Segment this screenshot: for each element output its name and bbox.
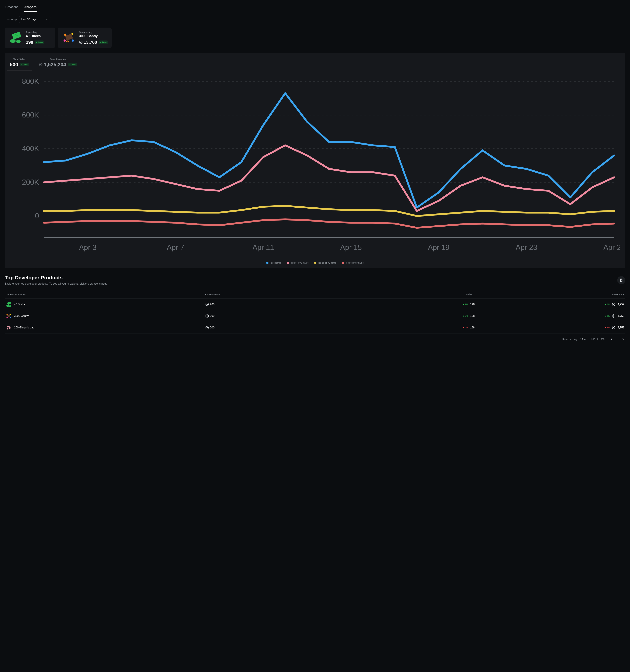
svg-point-31 bbox=[6, 305, 9, 307]
chart-legend: Pass NameTop seller #1 nameTop seller #2… bbox=[10, 262, 620, 264]
th-product[interactable]: Developer Product bbox=[6, 293, 205, 296]
primary-tabs: Creations Analytics bbox=[5, 3, 625, 12]
svg-point-1 bbox=[16, 40, 21, 43]
cell-price: 200 bbox=[205, 326, 325, 330]
legend-item[interactable]: Pass Name bbox=[266, 262, 281, 264]
tab-analytics[interactable]: Analytics bbox=[24, 3, 37, 11]
metric-tab-total-sales[interactable]: Total Sales 500 20% bbox=[10, 58, 29, 70]
legend-item[interactable]: Top seller #2 name bbox=[314, 262, 336, 264]
kpi-label: Top grossing bbox=[79, 31, 108, 33]
metric-label: Total Sales bbox=[10, 58, 29, 61]
product-name: 3000 Candy bbox=[14, 314, 29, 317]
table-header: Developer Product Current Price Sales Re… bbox=[5, 290, 625, 299]
svg-point-5 bbox=[64, 33, 66, 35]
table-row[interactable]: 200 Gingerbread 200 2% 198 2% 4,752 bbox=[5, 322, 625, 334]
legend-item[interactable]: Top seller #1 name bbox=[287, 262, 309, 264]
table-row[interactable]: 3000 Candy 200 2% 198 2% 4,752 bbox=[5, 310, 625, 322]
svg-point-49 bbox=[7, 328, 8, 330]
table-row[interactable]: 40 Bucks 200 2% 198 2% 4,752 bbox=[5, 299, 625, 310]
next-page-button[interactable] bbox=[620, 336, 625, 342]
svg-point-8 bbox=[64, 39, 66, 42]
sales-delta: 2% bbox=[463, 315, 468, 317]
cell-revenue: 2% 4,752 bbox=[605, 326, 624, 330]
svg-point-47 bbox=[7, 326, 9, 328]
revenue-value: 4,752 bbox=[617, 326, 624, 329]
chevron-left-icon bbox=[611, 338, 613, 340]
rows-per-page[interactable]: Rows per page: 10 bbox=[562, 338, 586, 340]
sales-value: 198 bbox=[470, 303, 475, 306]
document-icon bbox=[620, 278, 623, 282]
metric-value: 500 bbox=[10, 62, 18, 67]
arrow-up-icon bbox=[21, 64, 23, 65]
sales-delta: 2% bbox=[463, 326, 468, 329]
pagination-range: 1-10 of 1,000 bbox=[590, 338, 604, 340]
metric-tab-total-revenue[interactable]: Total Revenue 1,525,204 20% bbox=[39, 58, 77, 70]
cell-revenue: 2% 4,752 bbox=[605, 314, 624, 318]
prev-page-button[interactable] bbox=[609, 336, 615, 342]
kpi-name: 40 Bucks bbox=[26, 34, 44, 38]
candy-icon bbox=[6, 313, 12, 319]
svg-point-44 bbox=[207, 315, 208, 316]
th-revenue[interactable]: Revenue bbox=[612, 293, 624, 296]
robux-icon bbox=[205, 303, 209, 306]
candy-icon bbox=[62, 30, 76, 45]
legend-swatch bbox=[287, 262, 289, 264]
cell-product: 200 Gingerbread bbox=[6, 325, 205, 331]
pagination: Rows per page: 10 1-10 of 1,000 bbox=[5, 336, 625, 342]
metric-delta: 20% bbox=[20, 63, 29, 66]
arrow-up-icon bbox=[100, 42, 101, 43]
svg-point-40 bbox=[10, 314, 11, 315]
metric-delta: 20% bbox=[68, 63, 77, 66]
kpi-top-selling[interactable]: $ Top selling 40 Bucks 198 20% bbox=[5, 28, 55, 48]
section-subtitle: Explore your top developer products. To … bbox=[5, 282, 108, 285]
kpi-top-grossing[interactable]: Top grossing 3000 Candy 13,760 20% bbox=[58, 28, 112, 48]
svg-point-37 bbox=[613, 304, 614, 305]
kpi-delta: 20% bbox=[99, 41, 108, 44]
th-price[interactable]: Current Price bbox=[205, 293, 325, 296]
kpi-value: 13,760 bbox=[79, 40, 97, 45]
sales-value: 198 bbox=[470, 326, 475, 329]
arrow-down-icon bbox=[605, 327, 606, 328]
svg-text:800K: 800K bbox=[22, 77, 39, 86]
arrow-up-icon bbox=[69, 64, 71, 65]
revenue-delta: 2% bbox=[605, 315, 610, 317]
svg-rect-33 bbox=[7, 302, 11, 305]
svg-text:Apr 27: Apr 27 bbox=[603, 243, 620, 251]
legend-label: Top seller #3 name bbox=[345, 262, 364, 264]
section-header: Top Developer Products Explore your top … bbox=[5, 275, 625, 285]
robux-icon bbox=[612, 326, 615, 330]
svg-point-41 bbox=[10, 317, 11, 318]
product-name: 200 Gingerbread bbox=[14, 326, 34, 329]
svg-point-52 bbox=[207, 327, 208, 328]
revenue-delta: 2% bbox=[605, 303, 610, 306]
arrow-down-icon bbox=[463, 327, 464, 328]
tab-creations[interactable]: Creations bbox=[5, 3, 19, 11]
product-name: 40 Bucks bbox=[14, 303, 25, 306]
chevron-down-icon bbox=[46, 18, 49, 20]
cash-icon: $ bbox=[8, 30, 23, 45]
svg-point-0 bbox=[10, 39, 16, 43]
arrow-up-icon bbox=[36, 42, 38, 43]
metric-label: Total Revenue bbox=[39, 58, 77, 61]
svg-text:200K: 200K bbox=[22, 178, 39, 186]
robux-icon bbox=[612, 303, 615, 306]
svg-point-48 bbox=[9, 327, 10, 329]
th-sales[interactable]: Sales bbox=[466, 293, 475, 296]
sales-delta: 2% bbox=[463, 303, 468, 306]
robux-icon bbox=[612, 314, 615, 318]
date-range-select[interactable]: Last 30 days bbox=[19, 16, 51, 23]
svg-text:Apr 3: Apr 3 bbox=[79, 243, 96, 251]
kpi-name: 3000 Candy bbox=[79, 34, 108, 38]
chevron-right-icon bbox=[622, 338, 624, 340]
svg-point-46 bbox=[613, 315, 614, 316]
export-button[interactable] bbox=[617, 276, 625, 284]
sort-desc-icon bbox=[473, 294, 475, 295]
legend-label: Top seller #1 name bbox=[290, 262, 309, 264]
svg-text:0: 0 bbox=[35, 212, 39, 220]
arrow-up-icon bbox=[463, 304, 464, 305]
robux-icon bbox=[39, 63, 43, 66]
cell-sales: 2% 198 bbox=[463, 303, 475, 306]
cell-sales: 2% 198 bbox=[463, 326, 475, 329]
legend-item[interactable]: Top seller #3 name bbox=[342, 262, 364, 264]
svg-point-42 bbox=[6, 317, 8, 318]
